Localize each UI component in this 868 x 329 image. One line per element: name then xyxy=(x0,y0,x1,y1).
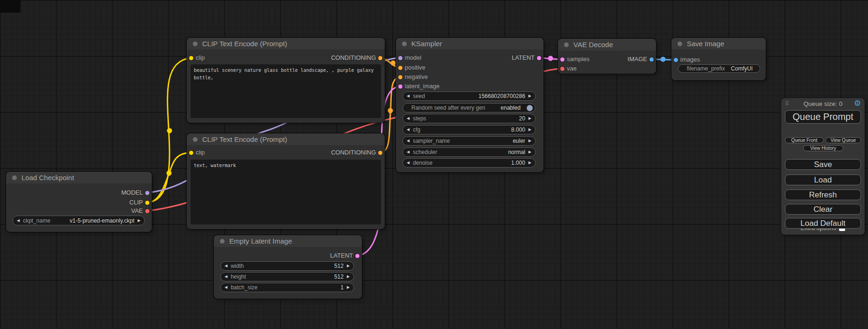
input-port-model[interactable] xyxy=(398,56,402,60)
right-arrow-icon[interactable]: ▶ xyxy=(529,150,531,154)
input-label-clip: clip xyxy=(196,149,205,156)
input-port-images[interactable] xyxy=(674,58,678,62)
right-arrow-icon[interactable]: ▶ xyxy=(529,117,531,120)
input-label-latent-image: latent_image xyxy=(405,83,439,90)
node-save-image[interactable]: Save Image images filename_prefix ComfyU… xyxy=(671,38,766,80)
node-title: CLIP Text Encode (Prompt) xyxy=(202,40,287,48)
output-label-latent: LATENT xyxy=(330,252,353,259)
input-label-images: images xyxy=(680,56,700,63)
node-title-bar[interactable]: Save Image xyxy=(671,38,766,49)
right-arrow-icon[interactable]: ▶ xyxy=(347,264,350,268)
prompt-textarea[interactable]: text, watermark xyxy=(191,160,381,224)
denoise-widget[interactable]: ◀ denoise 1.000 ▶ xyxy=(402,158,536,168)
node-title-bar[interactable]: CLIP Text Encode (Prompt) xyxy=(187,38,385,49)
node-title-bar[interactable]: CLIP Text Encode (Prompt) xyxy=(187,133,385,145)
collapse-dot-icon[interactable] xyxy=(220,239,225,244)
input-port-samples[interactable] xyxy=(560,57,565,62)
steps-widget[interactable]: ◀ steps 20 ▶ xyxy=(402,114,536,123)
left-arrow-icon[interactable]: ◀ xyxy=(17,219,20,223)
right-arrow-icon[interactable]: ▶ xyxy=(347,275,350,279)
height-widget[interactable]: ◀ height 512 ▶ xyxy=(220,272,354,281)
widget-label: denoise xyxy=(413,160,432,166)
node-clip-text-encode-negative[interactable]: CLIP Text Encode (Prompt) clip CONDITION… xyxy=(187,133,385,229)
left-arrow-icon[interactable]: ◀ xyxy=(407,161,409,165)
left-arrow-icon[interactable]: ◀ xyxy=(225,275,227,279)
left-arrow-icon[interactable]: ◀ xyxy=(407,150,409,154)
node-vae-decode[interactable]: VAE Decode samples vae IMAGE xyxy=(558,39,656,74)
load-default-button[interactable]: Load Default xyxy=(785,218,861,229)
node-graph-canvas[interactable]: Load Checkpoint MODEL CLIP VAE ◀ ckpt_na… xyxy=(0,0,868,329)
collapse-dot-icon[interactable] xyxy=(677,42,682,46)
clear-button[interactable]: Clear xyxy=(785,204,861,215)
right-arrow-icon[interactable]: ▶ xyxy=(529,128,531,132)
output-port-latent[interactable] xyxy=(537,56,541,60)
right-arrow-icon[interactable]: ▶ xyxy=(529,139,531,143)
input-port-clip[interactable] xyxy=(189,151,193,155)
link-dot-image xyxy=(661,57,666,62)
view-queue-button[interactable]: View Queue xyxy=(826,137,861,143)
scheduler-widget[interactable]: ◀ scheduler normal ▶ xyxy=(402,147,536,157)
collapse-dot-icon[interactable] xyxy=(193,137,198,142)
link-dot-latent-samples xyxy=(548,56,553,61)
node-load-checkpoint[interactable]: Load Checkpoint MODEL CLIP VAE ◀ ckpt_na… xyxy=(6,172,152,232)
output-port-latent[interactable] xyxy=(355,254,360,258)
queue-prompt-button[interactable]: Queue Prompt xyxy=(785,110,861,124)
right-arrow-icon[interactable]: ▶ xyxy=(529,161,531,165)
widget-value: 512 xyxy=(334,273,344,280)
input-port-vae[interactable] xyxy=(560,67,565,71)
left-arrow-icon[interactable]: ◀ xyxy=(407,94,409,98)
widget-label: seed xyxy=(413,93,425,99)
left-arrow-icon[interactable]: ◀ xyxy=(225,264,227,268)
right-arrow-icon[interactable]: ▶ xyxy=(347,286,350,289)
left-arrow-icon[interactable]: ◀ xyxy=(225,286,227,289)
collapse-dot-icon[interactable] xyxy=(564,42,569,47)
output-port-conditioning[interactable] xyxy=(378,56,382,60)
collapse-dot-icon[interactable] xyxy=(12,175,17,180)
settings-gear-icon[interactable]: ⚙ xyxy=(854,99,861,108)
width-widget[interactable]: ◀ width 512 ▶ xyxy=(220,261,354,271)
collapse-dot-icon[interactable] xyxy=(193,42,198,46)
link-dot-clip-positive xyxy=(167,128,172,133)
prompt-textarea[interactable]: beautiful scenery nature glass bottle la… xyxy=(191,64,381,118)
batch-size-widget[interactable]: ◀ batch_size 1 ▶ xyxy=(220,283,354,292)
node-clip-text-encode-positive[interactable]: CLIP Text Encode (Prompt) clip CONDITION… xyxy=(187,38,385,123)
node-title-bar[interactable]: Empty Latent Image xyxy=(214,235,362,247)
output-label-image: IMAGE xyxy=(628,56,647,63)
save-button[interactable]: Save xyxy=(785,159,861,170)
widget-label: batch_size xyxy=(231,284,257,291)
output-port-conditioning[interactable] xyxy=(378,151,382,155)
sampler-name-widget[interactable]: ◀ sampler_name euler ▶ xyxy=(402,136,536,146)
left-arrow-icon[interactable]: ◀ xyxy=(407,139,409,143)
collapse-dot-icon[interactable] xyxy=(402,42,407,46)
refresh-button[interactable]: Refresh xyxy=(785,189,861,200)
node-empty-latent-image[interactable]: Empty Latent Image LATENT ◀ width 512 ▶ … xyxy=(214,235,362,299)
random-seed-toggle-widget[interactable]: Random seed after every gen enabled xyxy=(402,103,536,112)
filename-prefix-widget[interactable]: filename_prefix ComfyUI xyxy=(678,64,760,73)
ckpt-name-widget[interactable]: ◀ ckpt_name v1-5-pruned-emaonly.ckpt ▶ xyxy=(13,216,145,225)
node-title-bar[interactable]: VAE Decode xyxy=(558,39,656,50)
input-port-negative[interactable] xyxy=(398,75,402,79)
toggle-dot-icon[interactable] xyxy=(527,105,533,111)
queue-front-button[interactable]: Queue Front xyxy=(785,137,824,143)
node-title-bar[interactable]: KSampler xyxy=(396,38,543,49)
link-dot-clip-negative xyxy=(167,171,172,176)
seed-widget[interactable]: ◀ seed 156680208700286 ▶ xyxy=(402,91,536,101)
input-port-clip[interactable] xyxy=(189,56,193,60)
view-history-button[interactable]: View History xyxy=(803,145,843,151)
left-arrow-icon[interactable]: ◀ xyxy=(407,117,409,120)
node-ksampler[interactable]: KSampler model positive negative latent_… xyxy=(396,38,543,172)
right-arrow-icon[interactable]: ▶ xyxy=(529,94,531,98)
output-port-model[interactable] xyxy=(145,191,149,195)
right-arrow-icon[interactable]: ▶ xyxy=(138,219,141,223)
widget-value: 156680208700286 xyxy=(479,93,525,99)
output-label-latent: LATENT xyxy=(512,54,535,62)
output-port-clip[interactable] xyxy=(145,201,149,205)
output-port-vae[interactable] xyxy=(145,209,149,213)
left-arrow-icon[interactable]: ◀ xyxy=(407,128,409,132)
cfg-widget[interactable]: ◀ cfg 8.000 ▶ xyxy=(402,125,536,134)
node-title-bar[interactable]: Load Checkpoint xyxy=(6,172,152,183)
output-port-image[interactable] xyxy=(649,57,654,62)
load-button[interactable]: Load xyxy=(785,175,861,185)
input-port-positive[interactable] xyxy=(398,66,402,70)
input-port-latent-image[interactable] xyxy=(398,84,402,89)
